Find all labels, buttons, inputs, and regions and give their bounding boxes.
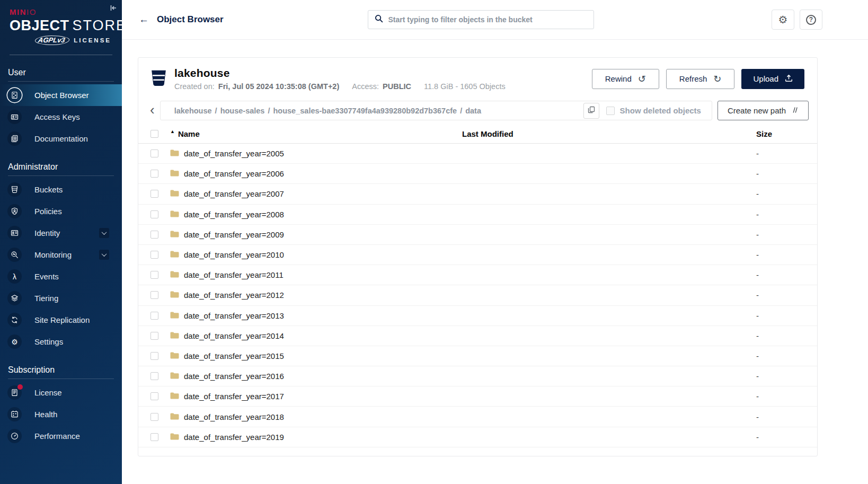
folder-icon	[170, 189, 179, 198]
table-row[interactable]: date_of_transfer_year=2012-	[138, 285, 817, 305]
table-row[interactable]: date_of_transfer_year=2016-	[138, 366, 817, 386]
breadcrumb-segment[interactable]: lakehouse	[174, 107, 212, 115]
refresh-icon: ↻	[713, 74, 721, 84]
row-checkbox[interactable]	[150, 170, 158, 178]
help-button[interactable]: ?	[800, 10, 822, 30]
table-row[interactable]: date_of_transfer_year=2007-	[138, 184, 817, 204]
row-checkbox[interactable]	[150, 413, 158, 421]
row-checkbox[interactable]	[150, 312, 158, 320]
sidebar-item-events[interactable]: λEvents	[0, 266, 122, 287]
object-name-cell[interactable]: date_of_transfer_year=2018	[170, 412, 462, 421]
object-name-cell[interactable]: date_of_transfer_year=2015	[170, 351, 462, 360]
object-name-cell[interactable]: date_of_transfer_year=2007	[170, 189, 462, 198]
select-all-checkbox[interactable]	[150, 130, 158, 138]
sidebar-item-settings[interactable]: ⚙Settings	[0, 331, 122, 353]
size-cell: -	[751, 230, 817, 239]
sidebar-item-monitoring[interactable]: Monitoring	[0, 244, 122, 266]
sidebar-item-health[interactable]: Health	[0, 403, 122, 425]
sidebar-item-identity[interactable]: Identity	[0, 222, 122, 244]
row-checkbox-cell	[138, 372, 170, 380]
table-row[interactable]: date_of_transfer_year=2018-	[138, 407, 817, 427]
create-new-path-button[interactable]: Create new path	[718, 101, 809, 120]
show-deleted-toggle[interactable]: Show deleted objects	[606, 106, 706, 115]
object-name-cell[interactable]: date_of_transfer_year=2005	[170, 149, 462, 158]
sidebar-item-buckets[interactable]: Buckets	[0, 179, 122, 200]
bucket-meta: Created on: Fri, Jul 05 2024 10:35:08 (G…	[174, 82, 506, 91]
size-cell: -	[751, 331, 817, 340]
table-row[interactable]: date_of_transfer_year=2017-	[138, 386, 817, 407]
table-row[interactable]: date_of_transfer_year=2015-	[138, 346, 817, 366]
sidebar-item-policies[interactable]: Policies	[0, 200, 122, 222]
sidebar-item-object-browser[interactable]: Object Browser	[0, 84, 122, 106]
chevron-down-icon[interactable]	[99, 250, 109, 260]
row-checkbox[interactable]	[150, 210, 158, 218]
breadcrumb-segment[interactable]: house_sales-bae3307749fa4a939280b92d7b36…	[273, 107, 457, 115]
object-name-cell[interactable]: date_of_transfer_year=2010	[170, 250, 462, 259]
folder-icon	[170, 331, 179, 340]
object-name: date_of_transfer_year=2011	[184, 270, 284, 279]
object-name-cell[interactable]: date_of_transfer_year=2016	[170, 372, 462, 381]
table-row[interactable]: date_of_transfer_year=2005-	[138, 144, 817, 164]
sidebar-item-access-keys[interactable]: Access Keys	[0, 106, 122, 128]
table-row[interactable]: date_of_transfer_year=2011-	[138, 265, 817, 285]
breadcrumb-segment[interactable]: data	[465, 107, 481, 115]
table-row[interactable]: date_of_transfer_year=2019-	[138, 427, 817, 447]
sidebar-item-documentation[interactable]: Documentation	[0, 128, 122, 149]
sidebar-collapse-icon[interactable]	[110, 4, 117, 14]
object-name-cell[interactable]: date_of_transfer_year=2013	[170, 311, 462, 320]
chevron-down-icon[interactable]	[99, 228, 109, 238]
object-name-cell[interactable]: date_of_transfer_year=2006	[170, 169, 462, 178]
row-checkbox[interactable]	[150, 271, 158, 279]
row-checkbox[interactable]	[150, 433, 158, 441]
created-label: Created on:	[174, 82, 215, 91]
breadcrumb-segment[interactable]: house-sales	[220, 107, 265, 115]
row-checkbox[interactable]	[150, 190, 158, 198]
row-checkbox[interactable]	[150, 392, 158, 400]
object-name-cell[interactable]: date_of_transfer_year=2011	[170, 270, 462, 279]
object-name: date_of_transfer_year=2008	[184, 210, 284, 219]
tiering-icon	[7, 291, 22, 305]
sidebar-sections: UserObject BrowserAccess KeysDocumentati…	[0, 55, 122, 447]
browser-toolbar: ‹ lakehouse/house-sales/house_sales-bae3…	[150, 101, 809, 120]
object-name-cell[interactable]: date_of_transfer_year=2008	[170, 210, 462, 219]
object-name-cell[interactable]: date_of_transfer_year=2014	[170, 331, 462, 340]
filter-objects-input[interactable]	[388, 15, 587, 24]
upload-button[interactable]: Upload	[741, 69, 804, 89]
size-cell: -	[751, 270, 817, 279]
sidebar-item-site-replication[interactable]: Site Replication	[0, 309, 122, 331]
row-checkbox[interactable]	[150, 231, 158, 239]
row-checkbox[interactable]	[150, 332, 158, 340]
refresh-button[interactable]: Refresh ↻	[666, 69, 735, 89]
table-row[interactable]: date_of_transfer_year=2014-	[138, 326, 817, 346]
back-chevron-icon[interactable]: ‹	[150, 103, 155, 119]
table-row[interactable]: date_of_transfer_year=2009-	[138, 225, 817, 245]
show-deleted-checkbox[interactable]	[606, 107, 615, 115]
table-row[interactable]: date_of_transfer_year=2006-	[138, 164, 817, 184]
breadcrumb-strip: lakehouse/house-sales/house_sales-bae330…	[160, 101, 712, 120]
row-checkbox[interactable]	[150, 352, 158, 360]
size-cell: -	[751, 372, 817, 381]
column-last-modified[interactable]: Last Modified	[462, 129, 751, 138]
table-row[interactable]: date_of_transfer_year=2013-	[138, 306, 817, 326]
row-checkbox[interactable]	[150, 251, 158, 259]
object-name-cell[interactable]: date_of_transfer_year=2009	[170, 230, 462, 239]
settings-button[interactable]: ⚙	[772, 10, 794, 30]
back-arrow-icon[interactable]: ←	[139, 14, 149, 25]
sidebar-item-performance[interactable]: Performance	[0, 425, 122, 447]
column-size[interactable]: Size	[751, 129, 817, 138]
copy-path-button[interactable]	[583, 103, 599, 119]
column-name[interactable]: ▲ Name	[170, 129, 462, 138]
row-checkbox-cell	[138, 231, 170, 239]
object-name-cell[interactable]: date_of_transfer_year=2012	[170, 291, 462, 300]
sidebar-item-tiering[interactable]: Tiering	[0, 287, 122, 309]
sidebar-item-license[interactable]: License	[0, 382, 122, 403]
row-checkbox[interactable]	[150, 291, 158, 299]
rewind-button[interactable]: Rewind ↺	[592, 69, 659, 89]
object-name-cell[interactable]: date_of_transfer_year=2019	[170, 433, 462, 442]
object-name-cell[interactable]: date_of_transfer_year=2017	[170, 392, 462, 401]
table-row[interactable]: date_of_transfer_year=2008-	[138, 205, 817, 225]
table-row[interactable]: date_of_transfer_year=2010-	[138, 245, 817, 265]
row-checkbox[interactable]	[150, 149, 158, 157]
sidebar-section-label-administrator: Administrator	[0, 149, 122, 175]
row-checkbox[interactable]	[150, 372, 158, 380]
